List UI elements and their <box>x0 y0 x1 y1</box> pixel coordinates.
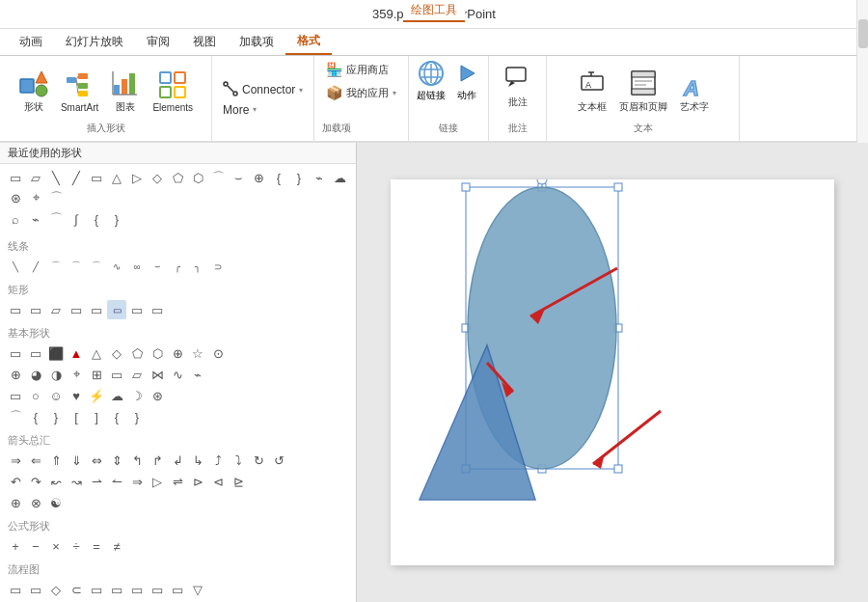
shape-item[interactable]: ╭ <box>168 257 187 276</box>
shape-item[interactable]: ⇕ <box>107 451 126 470</box>
shape-item[interactable]: ▭ <box>148 300 167 319</box>
shape-item[interactable]: ▭ <box>87 168 106 187</box>
elements-button[interactable]: Elements <box>149 67 197 116</box>
shape-item[interactable]: ⤴ <box>208 451 228 470</box>
shape-item[interactable]: ⬡ <box>188 168 207 187</box>
shape-item[interactable]: ⌒ <box>46 257 66 276</box>
shape-item[interactable]: ∿ <box>107 257 126 276</box>
shape-item[interactable]: ⊛ <box>6 188 25 207</box>
shape-item[interactable]: ⬡ <box>148 343 167 363</box>
shape-item[interactable]: ▭ <box>6 168 25 187</box>
header-footer-button[interactable]: 页眉和页脚 <box>615 65 671 117</box>
shape-item[interactable]: } <box>289 168 309 187</box>
shape-item[interactable]: } <box>127 407 147 426</box>
shape-item[interactable]: △ <box>87 343 106 363</box>
shape-item[interactable]: { <box>107 407 126 426</box>
shape-item[interactable]: ⚡ <box>87 386 106 405</box>
action-button[interactable]: 动作 <box>453 60 480 102</box>
shape-item[interactable]: ⌣ <box>229 168 248 187</box>
shape-item[interactable]: ▭ <box>26 580 45 599</box>
shape-item[interactable]: ⌣ <box>148 257 167 276</box>
shape-item[interactable]: ⊙ <box>208 343 228 363</box>
shape-item[interactable]: ╱ <box>67 168 86 187</box>
shape-item[interactable]: ⌒ <box>46 188 66 207</box>
shape-item[interactable]: ⌒ <box>46 209 66 229</box>
shape-item[interactable]: ⌒ <box>208 168 228 187</box>
shape-item[interactable]: ⊕ <box>6 365 25 384</box>
shape-item[interactable]: ▭ <box>107 580 126 599</box>
shape-item[interactable]: { <box>269 168 288 187</box>
shape-item[interactable]: ▷ <box>148 472 167 491</box>
shape-item[interactable]: ⋈ <box>148 365 167 384</box>
shape-item[interactable]: ⬠ <box>168 168 187 187</box>
chart-button[interactable]: 图表 <box>106 65 145 117</box>
shape-item[interactable]: ∞ <box>127 257 147 276</box>
tab-format[interactable]: 格式 <box>285 29 332 55</box>
shape-item[interactable]: ⌒ <box>6 407 25 426</box>
shape-item[interactable]: = <box>87 536 106 556</box>
shape-item[interactable]: − <box>26 536 45 556</box>
shape-item[interactable]: ↼ <box>107 472 126 491</box>
shape-item[interactable]: ▭ <box>127 580 147 599</box>
shape-item[interactable]: ▭ <box>26 343 45 363</box>
shape-item[interactable]: ▭ <box>26 300 45 319</box>
shape-item[interactable]: ▷ <box>127 168 147 187</box>
shape-item[interactable]: ╱ <box>26 257 45 276</box>
shape-item[interactable]: ⊞ <box>87 365 106 384</box>
tab-slideshow[interactable]: 幻灯片放映 <box>54 29 135 55</box>
hyperlink-button[interactable]: 超链接 <box>417 60 446 102</box>
shape-item[interactable]: ◕ <box>26 365 45 384</box>
shape-item[interactable]: ⇒ <box>6 451 25 470</box>
shape-item[interactable]: ⌒ <box>87 257 106 276</box>
shape-item[interactable]: ⌕ <box>6 209 25 229</box>
shape-item[interactable]: ⇓ <box>67 451 86 470</box>
shape-item[interactable]: ÷ <box>67 536 86 556</box>
shape-item[interactable]: ☯ <box>46 493 66 512</box>
myapps-button[interactable]: 📦 我的应用 ▾ <box>322 83 400 102</box>
shape-item[interactable]: ⊛ <box>148 386 167 405</box>
shape-item[interactable]: ↶ <box>6 472 25 491</box>
shape-item[interactable]: ▭ <box>6 343 25 363</box>
shape-item[interactable]: ☁ <box>330 168 349 187</box>
shape-item[interactable]: ⊲ <box>208 472 228 491</box>
shape-item[interactable]: ⬠ <box>127 343 147 363</box>
shape-item[interactable]: ▱ <box>46 300 66 319</box>
shape-item[interactable]: ▭ <box>6 386 25 405</box>
connector-button[interactable]: Connector ▾ <box>220 79 306 101</box>
shape-item[interactable]: ☽ <box>127 386 147 405</box>
more-button[interactable]: More ▾ <box>220 101 306 119</box>
comment-button[interactable]: 批注 <box>499 60 537 112</box>
shape-item[interactable]: ▲ <box>67 343 86 363</box>
shape-item[interactable]: ↰ <box>127 451 147 470</box>
shape-item[interactable]: ▽ <box>188 580 207 599</box>
shape-item[interactable]: ⌖ <box>67 365 86 384</box>
shape-item[interactable]: ⇑ <box>46 451 66 470</box>
shape-item[interactable]: ◇ <box>46 580 66 599</box>
shape-item[interactable]: ⊂ <box>67 580 86 599</box>
shape-item[interactable]: ⊕ <box>6 493 25 512</box>
shapes-button[interactable]: 形状 <box>14 65 53 117</box>
shape-item[interactable]: ↱ <box>148 451 167 470</box>
shape-item[interactable]: + <box>6 536 25 556</box>
shape-item[interactable]: ▱ <box>127 365 147 384</box>
shape-item[interactable]: ⌁ <box>188 365 207 384</box>
tab-view[interactable]: 视图 <box>181 29 228 55</box>
shape-item[interactable]: ⊕ <box>168 343 187 363</box>
shape-item[interactable]: ⇀ <box>87 472 106 491</box>
shape-item[interactable]: } <box>107 209 126 229</box>
shape-item[interactable]: ⇔ <box>87 451 106 470</box>
shape-item[interactable]: ▭ <box>127 300 147 319</box>
appstore-button[interactable]: 🏪 应用商店 <box>322 60 400 79</box>
shape-item[interactable]: ∿ <box>168 365 187 384</box>
shape-item[interactable]: ▭ <box>87 300 106 319</box>
shape-item[interactable]: } <box>46 407 66 426</box>
shape-item[interactable]: ▭ <box>6 300 25 319</box>
shape-item[interactable]: [ <box>67 407 86 426</box>
shape-item[interactable]: ◑ <box>46 365 66 384</box>
shape-item[interactable]: ♥ <box>67 386 86 405</box>
shape-item[interactable]: ↻ <box>249 451 268 470</box>
shape-item[interactable]: ╲ <box>46 168 66 187</box>
shape-item[interactable]: ▭ <box>6 580 25 599</box>
shape-item[interactable]: ⊃ <box>208 257 228 276</box>
shape-item[interactable]: ⇐ <box>26 451 45 470</box>
